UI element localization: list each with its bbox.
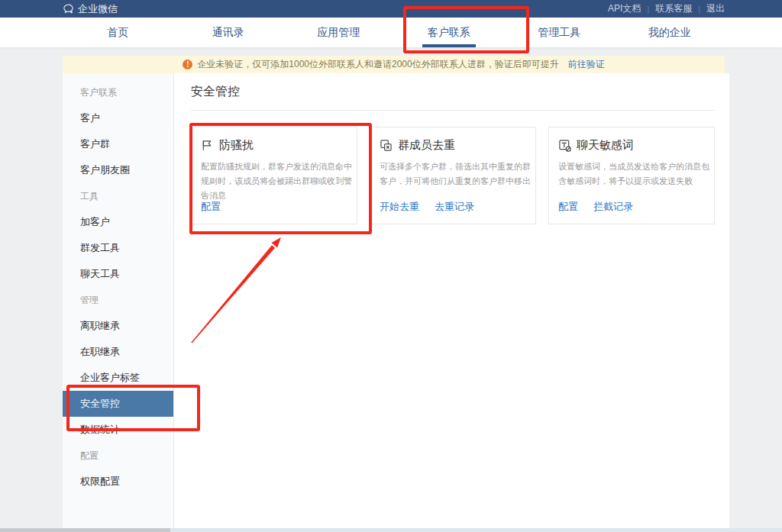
top-bar: 企业微信 API文档 | 联系客服 | 退出 [0, 0, 782, 18]
dedupe-records-link[interactable]: 去重记录 [435, 200, 474, 214]
sidebar-item-data-statistics[interactable]: 数据统计 [63, 417, 173, 443]
notice-text: 企业未验证，仅可添加1000位外部联系人和邀请2000位外部联系人进群，验证后即… [197, 58, 558, 71]
separator: | [647, 5, 649, 14]
sidebar: 客户联系 客户 客户群 客户朋友圈 工具 加客户 群发工具 聊天工具 管理 离职… [63, 73, 174, 528]
card-title: 防骚扰 [219, 138, 254, 153]
card-title: 聊天敏感词 [577, 138, 634, 153]
wecom-admin-page: 企业微信 API文档 | 联系客服 | 退出 首页 通讯录 应用管理 客户联 [0, 0, 782, 532]
info-icon: ! [183, 60, 192, 69]
wecom-logo: 企业微信 [63, 2, 118, 16]
sidebar-item-inservice-inheritance[interactable]: 在职继承 [63, 339, 173, 365]
dedupe-icon [380, 139, 393, 152]
sidebar-header-customer-contact: 客户联系 [63, 79, 173, 105]
tab-my-enterprise[interactable]: 我的企业 [615, 18, 725, 47]
sidebar-item-customers[interactable]: 客户 [63, 105, 173, 131]
flag-icon [201, 139, 214, 152]
configure-link[interactable]: 配置 [201, 200, 221, 214]
sidebar-header-configuration: 配置 [63, 443, 173, 469]
sidebar-header-management: 管理 [63, 287, 173, 313]
start-dedupe-link[interactable]: 开始去重 [380, 200, 419, 214]
horizontal-scrollbar[interactable] [0, 528, 782, 532]
card-description: 可选择多个客户群，筛选出其中重复的群 客户，并可将他们从重复的客户群中移出 [380, 160, 526, 189]
top-links: API文档 | 联系客服 | 退出 [608, 2, 725, 15]
feature-cards: 防骚扰 配置防骚扰规则，群客户发送的消息命中 规则时，该成员将会被踢出群聊或收到… [191, 127, 715, 224]
api-docs-link[interactable]: API文档 [608, 2, 641, 15]
sidebar-item-add-customers[interactable]: 加客户 [63, 209, 173, 235]
sidebar-item-chat-tool[interactable]: 聊天工具 [63, 261, 173, 287]
title-divider [191, 110, 715, 111]
content-panel: 客户联系 客户 客户群 客户朋友圈 工具 加客户 群发工具 聊天工具 管理 离职… [63, 73, 725, 528]
sensitive-word-icon [558, 139, 571, 152]
tab-customer-contact[interactable]: 客户联系 [394, 18, 505, 47]
go-verify-link[interactable]: 前往验证 [568, 58, 605, 71]
card-description: 配置防骚扰规则，群客户发送的消息命中 规则时，该成员将会被踢出群聊或收到警 告消… [201, 160, 347, 203]
sidebar-header-tools: 工具 [63, 183, 173, 209]
main-content: 安全管控 防骚扰 [174, 73, 729, 528]
logo-text: 企业微信 [78, 2, 118, 16]
scrollbar-thumb[interactable] [0, 528, 170, 532]
configure-link[interactable]: 配置 [558, 200, 578, 214]
sidebar-item-group-message-tool[interactable]: 群发工具 [63, 235, 173, 261]
card-group-member-dedupe: 群成员去重 可选择多个客户群，筛选出其中重复的群 客户，并可将他们从重复的客户群… [370, 127, 536, 224]
card-anti-harassment: 防骚扰 配置防骚扰规则，群客户发送的消息命中 规则时，该成员将会被踢出群聊或收到… [191, 127, 357, 224]
main-nav: 首页 通讯录 应用管理 客户联系 管理工具 我的企业 [0, 18, 782, 47]
sidebar-item-customer-moments[interactable]: 客户朋友圈 [63, 157, 173, 183]
verification-notice-bar: ! 企业未验证，仅可添加1000位外部联系人和邀请2000位外部联系人进群，验证… [63, 56, 725, 73]
card-chat-sensitive-words: 聊天敏感词 设置敏感词，当成员发送给客户的消息包 含敏感词时，将予以提示或发送失… [548, 127, 715, 224]
tab-app-management[interactable]: 应用管理 [283, 18, 394, 47]
separator: | [698, 5, 700, 14]
card-title: 群成员去重 [398, 138, 455, 153]
active-tab-underline [422, 44, 476, 47]
sidebar-item-permission-config[interactable]: 权限配置 [63, 469, 173, 495]
chat-bubble-icon [63, 3, 74, 15]
content-shell: ! 企业未验证，仅可添加1000位外部联系人和邀请2000位外部联系人进群，验证… [63, 56, 725, 528]
sidebar-item-resigned-inheritance[interactable]: 离职继承 [63, 313, 173, 339]
sidebar-item-enterprise-customer-tags[interactable]: 企业客户标签 [63, 365, 173, 391]
tab-contacts[interactable]: 通讯录 [173, 18, 284, 47]
sidebar-item-customer-groups[interactable]: 客户群 [63, 131, 173, 157]
logout-link[interactable]: 退出 [706, 2, 725, 15]
tab-home[interactable]: 首页 [63, 18, 173, 47]
sidebar-item-security-control[interactable]: 安全管控 [63, 391, 173, 417]
card-description: 设置敏感词，当成员发送给客户的消息包 含敏感词时，将予以提示或发送失败 [558, 160, 705, 189]
tab-management-tools[interactable]: 管理工具 [504, 18, 615, 47]
page-title: 安全管控 [191, 84, 715, 100]
intercept-records-link[interactable]: 拦截记录 [593, 200, 633, 214]
contact-support-link[interactable]: 联系客服 [655, 2, 692, 15]
